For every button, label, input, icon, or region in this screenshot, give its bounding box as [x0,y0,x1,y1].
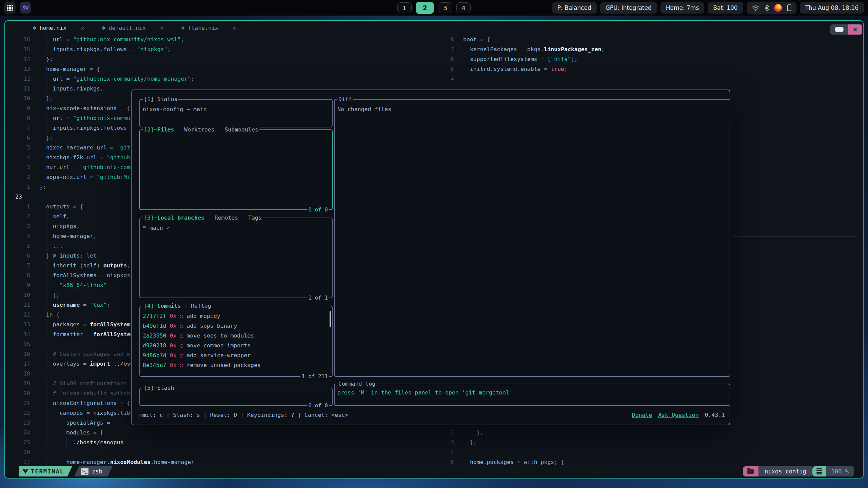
top-bar-left: $W [4,2,31,14]
close-icon[interactable]: × [233,24,236,32]
workspace-button[interactable]: 1 [397,2,412,13]
editor-tab[interactable]: ❄default.nix× [93,21,173,35]
lazygit-branches-panel[interactable]: [3]─Local branches - Remotes - Tags * ma… [139,218,333,298]
line-number: 5 [440,64,459,74]
vim-mode-icon [23,469,28,474]
line-number: 26 [5,447,35,457]
panel-name: Local branches [157,213,204,223]
line-number: 10 [5,290,35,300]
close-icon[interactable]: × [160,24,164,32]
commit-graph-node: ○ [180,360,183,370]
lazygit-version: 0.43.1 [705,410,725,420]
code-text: formatter = forAllSystems ( [39,329,144,339]
lazygit-stash-panel[interactable]: [5]─Stash 0 of 0 [139,388,333,406]
repo-name: nixos-config [758,466,812,476]
editor-tab[interactable]: ❄flake.nix× [173,21,245,35]
terminal-prompt-icon: >_ [81,468,88,475]
mode-label: TERMINAL [31,466,64,476]
code-text: inputs.nixpkgs.follows = "nixpkgs"; [39,44,171,54]
donate-link[interactable]: Donate [632,410,652,420]
lazygit-status-panel[interactable]: [1]─Status nixos-config → main [139,99,333,127]
code-line: 7 kernelPackages = pkgs.linuxPackages_ze… [440,44,863,54]
line-number: 13 [5,320,35,329]
commit-message: add service-wrapper [186,350,251,360]
battery-percent: 100 % [826,466,854,476]
code-text: url = "github:nix-community/home-manager… [39,74,194,84]
editor-tab-bar: ❄home.nix×❄default.nix×❄flake.nix× [5,21,863,35]
line-number: 9 [5,103,35,113]
line-number: 6 [5,251,35,261]
line-number: 4 [5,231,35,241]
editor-tab[interactable]: ❄home.nix× [24,21,93,35]
line-number: 25 [5,438,35,447]
line-number: 24 [5,428,35,438]
line-number: 20 [5,388,35,398]
wifi-icon[interactable] [752,5,760,11]
lazygit-files-panel[interactable]: [2]─Files - Worktrees - Submodules 0 of … [139,129,333,210]
line-number: 2 [440,428,459,438]
line-number: 3 [440,438,459,447]
lazygit-diff-panel[interactable]: Diff No changed files [334,99,730,377]
lazygit-commits-panel[interactable]: [4]─Commits - Reflog 2717f2f0x○add mopid… [139,306,333,377]
code-text: }; [463,428,484,438]
panel-key: [2] [144,125,154,135]
battery-level-icon [816,468,822,474]
line-number: 17 [5,359,35,369]
commit-row[interactable]: 2a239500x○move sops to modules [140,331,332,341]
workspace-button[interactable]: 4 [456,2,471,13]
commit-author: 0x [170,360,177,370]
firefox-icon[interactable] [774,4,782,12]
workspace-button[interactable]: 2 [416,2,434,14]
commit-row[interactable]: 8e345a70x○remove unused packages [140,360,332,370]
line-number: 11 [5,300,35,310]
shell-tab[interactable]: >_ zsh [74,466,113,476]
code-text: }; [39,94,53,103]
close-icon[interactable]: × [81,24,84,32]
line-number: 14 [5,54,35,64]
code-line: 3 }; [440,438,863,447]
panel-tabs[interactable]: - Worktrees - Submodules [174,125,258,135]
panel-dash: ─ [154,213,157,223]
workspace-button[interactable]: 3 [438,2,452,13]
panel-dash: ─ [154,383,157,393]
panel-count: 1 of 211 [300,372,329,381]
panel-tabs[interactable]: - Reflog [181,301,211,311]
line-number: 13 [5,64,35,74]
panel-tabs[interactable]: - Remotes - Tags [204,213,262,223]
code-text: }; [39,133,53,143]
pin-toggle[interactable] [830,24,848,35]
window-controls: × [830,24,862,35]
commit-row[interactable]: 2717f2f0x○add mopidy [140,311,332,321]
line-number: 1 [5,202,35,211]
commit-row[interactable]: 9486b7d0x○add service-wrapper [140,350,332,360]
app-launcher-button[interactable] [4,2,16,14]
commit-message: remove unused packages [186,360,261,370]
line-number: 18 [5,369,35,379]
code-text: home.packages = with pkgs; [ [463,457,564,466]
commit-author: 0x [170,350,177,360]
tray-icons [747,2,796,14]
code-line: 16 url = "github:nix-community/nixos-wsl… [5,35,440,44]
code-line: 13 home-manager = { [5,64,440,74]
nix-snowflake-icon: ❄ [102,25,105,31]
commit-graph-node: ○ [180,321,183,331]
commit-row[interactable]: b49ef1d0x○add sops binary [140,321,332,331]
scrollbar[interactable] [330,311,331,327]
code-text: supportedFilesystems = ["ntfs"]; [463,54,578,64]
line-number: 7 [5,261,35,270]
close-window-button[interactable]: × [848,24,862,35]
workspace-badge[interactable]: $W [20,2,31,14]
line-number: 2 [5,211,35,221]
line-number: 15 [5,339,35,349]
code-text: "x86_64-linux" [39,280,107,290]
phone-icon[interactable] [787,4,791,11]
code-line: 8boot = { [440,35,863,44]
repo-segment-icon-box [743,466,758,476]
ask-question-link[interactable]: Ask Question [658,410,698,420]
panel-key: [5] [144,383,154,393]
commit-row[interactable]: d9202180x○move common imports [140,341,332,350]
bluetooth-icon[interactable] [765,5,769,11]
panel-title: [1]─Status [143,95,178,104]
panel-title: [4]─Commits - Reflog [143,301,212,311]
lazygit-command-log-panel[interactable]: Command log press 'M' in the files panel… [334,384,730,406]
